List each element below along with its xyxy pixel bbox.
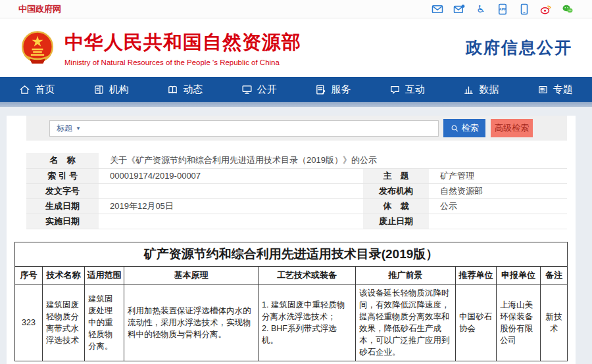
nav-label: 首页	[35, 83, 55, 96]
nav-item-institution[interactable]: 机构	[74, 77, 149, 102]
catalog-header-row: 序号 技术名称 适用范围 基本原理 工艺技术或装备 推广前景 推荐单位 申报单位…	[14, 266, 567, 284]
table-row: 323 建筑固废轻物质分离带式水浮选技术 建筑固废处理中的重轻质物分离。 利用加…	[14, 284, 567, 361]
interaction-icon	[389, 84, 401, 95]
cell-principle: 利用加热装置保证浮选槽体内水的流动性，采用水浮选技术，实现物料中的轻物质与骨料分…	[124, 284, 258, 361]
advanced-search-button[interactable]: 高级检索	[491, 119, 533, 137]
cell-seq: 323	[14, 284, 42, 361]
cell-prospect: 该设备延长轻物质沉降时间，有效降低沉降速度，提高轻重物质分离效率和效果，降低砂石…	[355, 284, 455, 361]
cell-tech-name: 建筑固废轻物质分离带式水浮选技术	[42, 284, 84, 361]
meta-genre-value: 公示	[429, 198, 567, 214]
content-card: 标题 ▼ 检索 高级检索 名 称 关于《矿产资源节约和综合利用先进适用技术目录（…	[7, 116, 576, 364]
nav-item-home[interactable]: 首页	[0, 77, 74, 102]
meta-docnum-label: 发文字号	[26, 183, 99, 198]
nav-substrip	[0, 102, 592, 107]
national-emblem-logo	[20, 30, 55, 66]
nav-label: 服务	[331, 83, 351, 96]
mail-icon[interactable]	[432, 3, 443, 15]
header-principle: 基本原理	[124, 266, 258, 284]
meta-agency-label: 发布机构	[363, 183, 429, 198]
chevron-down-icon: ▼	[76, 125, 81, 131]
meta-impl-value	[99, 214, 363, 229]
meta-repeal-label: 废止日期	[363, 214, 429, 229]
svg-text:APP: APP	[499, 7, 506, 11]
disclosure-icon	[241, 84, 253, 95]
search-field-selector-label: 标题	[57, 123, 72, 134]
catalog-title: 矿产资源节约和综合利用先进适用技术目录(2019版）	[14, 242, 567, 266]
nav-label: 动态	[183, 83, 203, 96]
header-equipment: 工艺技术或装备	[258, 266, 355, 284]
search-icon	[451, 124, 459, 133]
site-header: 中华人民共和国自然资源部 Ministry of Natural Resourc…	[0, 18, 592, 77]
nav-item-interaction[interactable]: 互动	[370, 77, 445, 102]
mobile-icon[interactable]	[518, 3, 530, 15]
search-button[interactable]: 检索	[443, 119, 485, 137]
meta-docnum-value	[99, 183, 363, 198]
meta-agency-value: 自然资源部	[429, 183, 567, 198]
home-icon	[19, 84, 30, 95]
search-input-wrap: 标题 ▼	[49, 120, 439, 137]
header-applicant: 申报单位	[496, 266, 540, 284]
wechat-icon[interactable]	[562, 3, 574, 15]
nav-item-disclosure[interactable]: 公开	[222, 77, 297, 102]
topbar-icons: ♿ APP	[432, 3, 574, 15]
cell-note: 新技术	[540, 284, 567, 361]
header-note: 备注	[540, 266, 567, 284]
meta-index-label: 索 引 号	[26, 168, 99, 183]
search-bar: 标题 ▼ 检索 高级检索	[26, 116, 567, 141]
nav-item-services[interactable]: 服务	[296, 77, 370, 102]
cell-applicant: 上海山美环保装备股份有限公司	[496, 284, 540, 361]
meta-name-label: 名 称	[26, 153, 99, 168]
cell-recommender: 中国砂石协会	[455, 284, 496, 361]
header-tech-name: 技术名称	[42, 266, 84, 284]
main-nav: 首页 机构 动态 公开 服务 互动 数据 专题	[0, 77, 592, 102]
search-field-selector[interactable]: 标题 ▼	[50, 123, 85, 134]
header-titles: 中华人民共和国自然资源部 Ministry of Natural Resourc…	[64, 30, 301, 66]
nav-label: 数据	[479, 83, 499, 96]
nav-item-news[interactable]: 动态	[148, 77, 222, 102]
meta-created-value: 2019年12月05日	[99, 198, 363, 214]
document-metadata-table: 名 称 关于《矿产资源节约和综合利用先进适用技术目录（2019版）》的公示 索 …	[26, 153, 567, 229]
section-title: 政府信息公开	[466, 37, 572, 58]
meta-subject-value: 矿产管理	[429, 168, 567, 183]
mail-subscribe-icon[interactable]	[453, 3, 465, 15]
nav-label: 互动	[405, 83, 425, 96]
technology-catalog-table: 矿产资源节约和综合利用先进适用技术目录(2019版） 序号 技术名称 适用范围 …	[14, 242, 568, 362]
catalog-title-row: 矿产资源节约和综合利用先进适用技术目录(2019版）	[14, 242, 567, 266]
meta-row-docnum: 发文字号 发布机构 自然资源部	[26, 183, 567, 198]
nav-item-topics[interactable]: 专题	[518, 77, 592, 102]
cell-equipment: 1. 建筑固废中重轻质物分离水洗浮选技术； 2. BHF系列带式浮选机。	[258, 284, 355, 361]
header-prospect: 推广前景	[355, 266, 455, 284]
equipment-line-2: 2. BHF系列带式浮选机。	[262, 323, 352, 346]
news-icon	[167, 84, 178, 95]
institution-icon	[93, 84, 105, 95]
header-scope: 适用范围	[84, 266, 124, 284]
meta-row-name: 名 称 关于《矿产资源节约和综合利用先进适用技术目录（2019版）》的公示	[26, 153, 567, 168]
header-seq: 序号	[14, 266, 42, 284]
meta-row-impl: 实施日期 废止日期	[26, 214, 567, 229]
meta-created-label: 生成日期	[26, 198, 99, 214]
app-download-icon[interactable]: APP	[497, 3, 508, 15]
weibo-icon[interactable]	[540, 3, 552, 15]
ministry-title-en: Ministry of Natural Resources of the Peo…	[64, 58, 301, 66]
search-input[interactable]	[85, 121, 438, 136]
cell-scope: 建筑固废处理中的重轻质物分离。	[84, 284, 124, 361]
meta-impl-label: 实施日期	[26, 214, 99, 229]
equipment-line-1: 1. 建筑固废中重轻质物分离水洗浮选技术；	[262, 299, 352, 323]
services-icon	[315, 84, 326, 95]
catalog-section: 矿产资源节约和综合利用先进适用技术目录(2019版） 序号 技术名称 适用范围 …	[7, 229, 576, 362]
ministry-title-cn: 中华人民共和国自然资源部	[64, 30, 301, 56]
data-icon	[463, 84, 474, 95]
nav-label: 机构	[109, 83, 129, 96]
meta-name-value: 关于《矿产资源节约和综合利用先进适用技术目录（2019版）》的公示	[99, 153, 567, 168]
header-recommender: 推荐单位	[455, 266, 496, 284]
meta-repeal-value	[429, 214, 567, 229]
nav-item-data[interactable]: 数据	[444, 77, 518, 102]
nav-label: 专题	[553, 83, 573, 96]
meta-index-value: 000019174/2019-00007	[99, 168, 363, 183]
accessibility-icon[interactable]: ♿	[475, 3, 487, 15]
topics-icon	[537, 84, 549, 95]
gov-site-link[interactable]: 中国政府网	[18, 3, 61, 15]
meta-genre-label: 体 裁	[363, 198, 429, 214]
meta-row-created: 生成日期 2019年12月05日 体 裁 公示	[26, 198, 567, 214]
search-button-label: 检索	[462, 122, 479, 134]
